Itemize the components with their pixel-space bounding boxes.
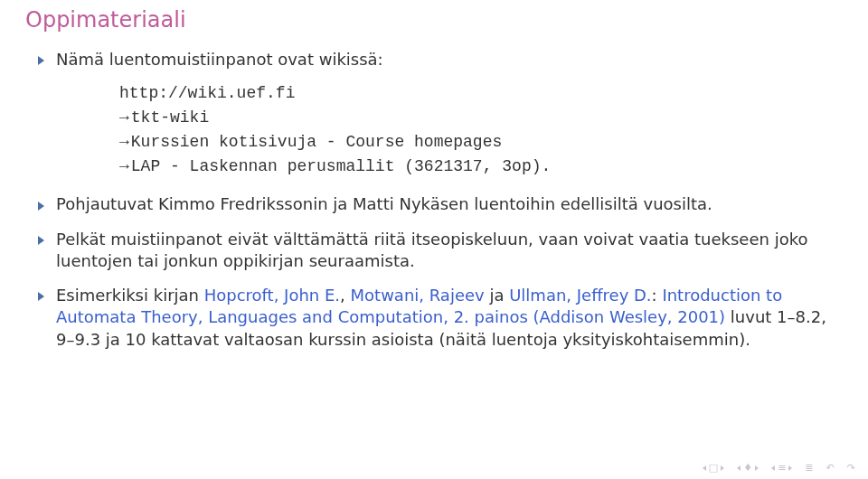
- nav-last-icon[interactable]: ≣: [805, 462, 813, 474]
- slide: Oppimateriaali Nämä luentomuistiinpanot …: [0, 0, 868, 479]
- nav-back-icon[interactable]: ↶: [826, 462, 835, 474]
- nav-next-icon[interactable]: ≡: [771, 462, 792, 474]
- reference-text: Hopcroft, John E.: [204, 286, 340, 305]
- nav-prev-icon[interactable]: ♦: [737, 462, 759, 474]
- list-item: Pohjautuvat Kimmo Fredrikssonin ja Matti…: [25, 193, 843, 215]
- list-text: Esimerkiksi kirjan: [56, 286, 204, 305]
- list-text: Pohjautuvat Kimmo Fredrikssonin ja Matti…: [56, 194, 712, 213]
- nav-path: LAP - Laskennan perusmallit (3621317, 3o…: [119, 155, 843, 179]
- list-text: ja: [485, 286, 509, 305]
- list-text: Nämä luentomuistiinpanot ovat wikissä:: [56, 50, 383, 69]
- nav-first-icon[interactable]: □: [703, 462, 724, 474]
- page-title: Oppimateriaali: [25, 7, 843, 33]
- list-text: ,: [340, 286, 350, 305]
- sub-block: http://wiki.uef.fi tkt-wiki Kurssien kot…: [119, 80, 843, 179]
- nav-forward-icon[interactable]: ↷: [847, 462, 855, 474]
- list-item: Pelkät muistiinpanot eivät välttämättä r…: [25, 229, 843, 273]
- reference-text: Motwani, Rajeev: [351, 286, 485, 305]
- nav-path: tkt-wiki: [119, 106, 843, 130]
- bullet-list: Nämä luentomuistiinpanot ovat wikissä: h…: [25, 49, 843, 351]
- list-item: Esimerkiksi kirjan Hopcroft, John E., Mo…: [25, 285, 843, 351]
- reference-text: Ullman, Jeffrey D.: [509, 286, 651, 305]
- list-text: Pelkät muistiinpanot eivät välttämättä r…: [56, 230, 807, 270]
- list-text: :: [652, 286, 663, 305]
- nav-path: Kurssien kotisivuja - Course homepages: [119, 130, 843, 155]
- wiki-url: http://wiki.uef.fi: [119, 84, 295, 102]
- list-item: Nämä luentomuistiinpanot ovat wikissä: h…: [25, 49, 843, 179]
- nav-footer: □ ♦ ≡ ≣ ↶ ↷: [703, 462, 855, 474]
